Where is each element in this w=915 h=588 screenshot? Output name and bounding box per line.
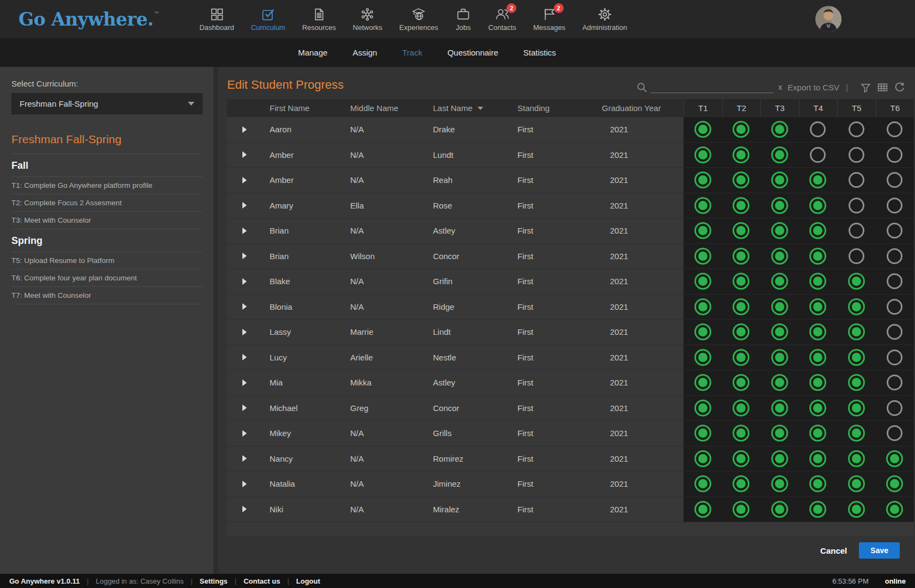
column-header-standing[interactable]: Standing — [509, 99, 594, 117]
task-5-indicator-complete[interactable] — [848, 425, 865, 442]
task-5-indicator-complete[interactable] — [848, 501, 865, 518]
task-1-indicator-complete[interactable] — [694, 374, 711, 391]
task-4-indicator-complete[interactable] — [809, 171, 826, 188]
task-1-indicator-complete[interactable] — [694, 323, 711, 340]
row-expander[interactable] — [227, 295, 261, 320]
task-4-indicator-incomplete[interactable] — [810, 121, 826, 137]
task-4-indicator-complete[interactable] — [809, 273, 826, 290]
task-5-indicator-incomplete[interactable] — [849, 147, 864, 163]
tab-questionnaire[interactable]: Questionnaire — [447, 48, 498, 57]
export-csv-button[interactable]: Export to CSV — [788, 83, 839, 92]
task-1-indicator-complete[interactable] — [694, 425, 711, 442]
refresh-icon[interactable] — [894, 82, 905, 93]
task-6-indicator-incomplete[interactable] — [887, 248, 902, 264]
task-item[interactable]: T1: Complete Go Anywhere platform profil… — [11, 177, 203, 194]
row-expander[interactable] — [227, 396, 261, 421]
row-expander[interactable] — [227, 320, 261, 345]
task-3-indicator-complete[interactable] — [771, 374, 788, 391]
task-4-indicator-complete[interactable] — [809, 450, 826, 467]
nav-item-messages[interactable]: 2Messages — [532, 4, 566, 34]
row-expander[interactable] — [227, 471, 261, 497]
task-item[interactable]: T2: Complete Focus 2 Assesment — [11, 194, 203, 212]
nav-item-administration[interactable]: Administration — [581, 4, 628, 34]
curriculum-dropdown[interactable]: Freshman Fall-Spring — [11, 93, 203, 114]
task-2-indicator-complete[interactable] — [733, 425, 749, 442]
task-item[interactable]: T6: Complete four year plan document — [11, 270, 203, 287]
tab-manage[interactable]: Manage — [298, 48, 327, 57]
task-3-indicator-complete[interactable] — [771, 197, 788, 214]
task-5-indicator-complete[interactable] — [848, 450, 865, 467]
task-item[interactable]: T3: Meet with Counselor — [11, 212, 203, 229]
task-2-indicator-complete[interactable] — [733, 349, 749, 366]
row-expander[interactable] — [227, 218, 261, 243]
task-1-indicator-complete[interactable] — [694, 171, 711, 188]
task-6-indicator-incomplete[interactable] — [887, 425, 902, 441]
task-2-indicator-complete[interactable] — [733, 298, 749, 315]
task-1-indicator-complete[interactable] — [694, 146, 711, 163]
row-expander[interactable] — [227, 370, 261, 395]
task-6-indicator-incomplete[interactable] — [887, 273, 902, 289]
task-6-indicator-incomplete[interactable] — [887, 324, 902, 340]
task-1-indicator-complete[interactable] — [694, 450, 711, 467]
row-expander[interactable] — [227, 497, 261, 522]
row-expander[interactable] — [227, 168, 261, 193]
nav-item-contacts[interactable]: 2Contacts — [487, 4, 517, 34]
task-2-indicator-complete[interactable] — [733, 146, 749, 163]
tab-assign[interactable]: Assign — [352, 48, 377, 57]
task-6-indicator-incomplete[interactable] — [887, 299, 902, 315]
task-5-indicator-complete[interactable] — [848, 298, 865, 315]
task-1-indicator-complete[interactable] — [694, 475, 711, 492]
task-5-indicator-incomplete[interactable] — [849, 198, 864, 213]
task-2-indicator-complete[interactable] — [733, 501, 749, 518]
task-5-indicator-complete[interactable] — [848, 273, 865, 290]
task-4-indicator-incomplete[interactable] — [810, 147, 826, 163]
task-5-indicator-incomplete[interactable] — [849, 172, 864, 188]
task-3-indicator-complete[interactable] — [771, 349, 788, 366]
row-expander[interactable] — [227, 193, 261, 218]
task-6-indicator-incomplete[interactable] — [887, 172, 902, 188]
task-3-indicator-complete[interactable] — [771, 450, 788, 467]
task-2-indicator-complete[interactable] — [733, 222, 749, 239]
task-4-indicator-complete[interactable] — [809, 475, 826, 492]
footer-link-settings[interactable]: Settings — [200, 577, 228, 585]
task-2-indicator-complete[interactable] — [733, 171, 749, 188]
task-4-indicator-complete[interactable] — [809, 323, 826, 340]
row-expander[interactable] — [227, 421, 261, 446]
task-5-indicator-incomplete[interactable] — [849, 248, 864, 264]
task-1-indicator-complete[interactable] — [694, 501, 711, 518]
tab-statistics[interactable]: Statistics — [523, 48, 556, 57]
nav-item-jobs[interactable]: Jobs — [454, 4, 473, 34]
task-6-indicator-incomplete[interactable] — [887, 147, 902, 163]
task-6-indicator-incomplete[interactable] — [887, 375, 902, 390]
task-3-indicator-complete[interactable] — [771, 425, 788, 442]
task-2-indicator-complete[interactable] — [733, 400, 749, 416]
user-avatar[interactable] — [815, 6, 841, 32]
task-6-indicator-incomplete[interactable] — [887, 223, 902, 238]
task-1-indicator-complete[interactable] — [694, 298, 711, 315]
task-5-indicator-complete[interactable] — [848, 475, 865, 492]
tab-track[interactable]: Track — [402, 48, 422, 57]
row-expander[interactable] — [227, 143, 261, 168]
task-3-indicator-complete[interactable] — [771, 146, 788, 163]
task-1-indicator-complete[interactable] — [694, 400, 711, 416]
task-2-indicator-complete[interactable] — [733, 475, 749, 492]
task-1-indicator-complete[interactable] — [694, 273, 711, 290]
task-item[interactable]: T7: Meet with Counselor — [11, 287, 203, 304]
footer-link-contact-us[interactable]: Contact us — [243, 577, 280, 585]
task-4-indicator-complete[interactable] — [809, 374, 826, 391]
task-2-indicator-complete[interactable] — [733, 197, 749, 214]
nav-item-curriculum[interactable]: Curriculum — [250, 4, 286, 34]
task-3-indicator-complete[interactable] — [771, 323, 788, 340]
nav-item-experiences[interactable]: Experiences — [398, 4, 440, 34]
task-4-indicator-complete[interactable] — [809, 197, 826, 214]
column-header-first-name[interactable]: First Name — [261, 99, 342, 117]
task-5-indicator-incomplete[interactable] — [849, 121, 864, 137]
task-6-indicator-complete[interactable] — [886, 501, 903, 518]
row-expander[interactable] — [227, 269, 261, 294]
column-header-graduation-year[interactable]: Graduation Year — [594, 99, 684, 117]
task-3-indicator-complete[interactable] — [771, 273, 788, 290]
nav-item-networks[interactable]: Networks — [352, 4, 383, 34]
task-6-indicator-incomplete[interactable] — [887, 400, 902, 416]
task-6-indicator-incomplete[interactable] — [887, 198, 902, 213]
task-1-indicator-complete[interactable] — [694, 222, 711, 239]
